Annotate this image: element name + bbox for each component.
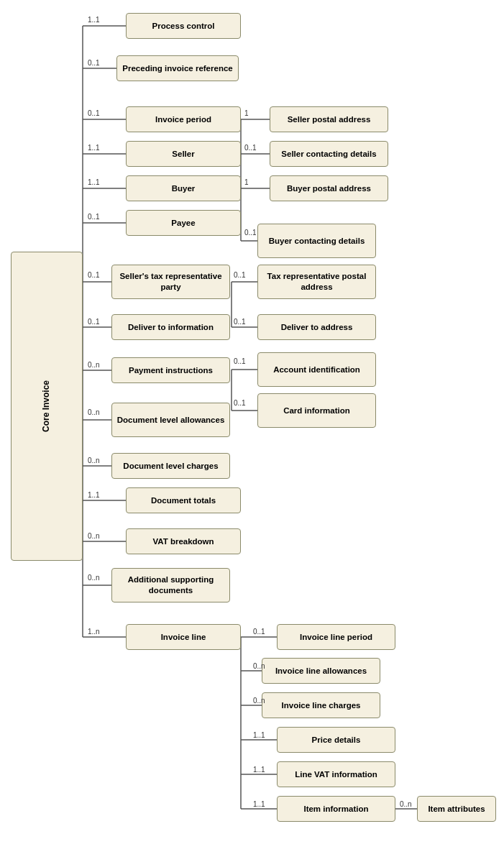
mult-account-id: 0..1 <box>234 357 246 365</box>
process-control-node: Process control <box>126 13 241 39</box>
diagram-container: Core Invoice Process control Preceding i… <box>0 0 504 857</box>
mult-vat: 0..n <box>88 532 100 540</box>
additional-docs-node: Additional supporting documents <box>111 568 230 602</box>
deliver-to-address-node: Deliver to address <box>257 314 376 340</box>
mult-doc-totals: 1..1 <box>88 491 100 499</box>
mult-seller-postal: 1 <box>244 109 249 117</box>
mult-card-info: 0..1 <box>234 399 246 407</box>
mult-line-vat: 1..1 <box>253 766 265 774</box>
mult-price-details: 1..1 <box>253 731 265 739</box>
seller-node: Seller <box>126 141 241 167</box>
buyer-postal-node: Buyer postal address <box>270 175 388 201</box>
mult-additional: 0..n <box>88 574 100 582</box>
mult-preceding: 0..1 <box>88 59 100 67</box>
buyer-node: Buyer <box>126 175 241 201</box>
price-details-node: Price details <box>277 727 395 753</box>
sellers-tax-node: Seller's tax representative party <box>111 265 230 299</box>
mult-buyer: 1..1 <box>88 178 100 186</box>
doc-totals-node: Document totals <box>126 487 241 513</box>
payee-node: Payee <box>126 210 241 236</box>
item-information-node: Item information <box>277 796 395 822</box>
seller-postal-node: Seller postal address <box>270 106 388 132</box>
mult-seller-contacting: 0..1 <box>244 144 257 152</box>
mult-seller: 1..1 <box>88 144 100 152</box>
mult-doc-allowances: 0..n <box>88 408 100 416</box>
vat-breakdown-node: VAT breakdown <box>126 528 241 554</box>
mult-process-control: 1..1 <box>88 16 100 24</box>
mult-il-period: 0..1 <box>253 628 265 636</box>
item-attributes-node: Item attributes <box>417 796 496 822</box>
mult-deliver-to: 0..1 <box>88 318 100 326</box>
invoice-line-node: Invoice line <box>126 624 241 650</box>
tax-rep-postal-node: Tax representative postal address <box>257 265 376 299</box>
deliver-to-node: Deliver to information <box>111 314 230 340</box>
mult-buyer-postal: 1 <box>244 178 249 186</box>
mult-item-attr: 0..n <box>400 800 412 808</box>
invoice-line-allowances-node: Invoice line allowances <box>262 658 380 684</box>
preceding-invoice-node: Preceding invoice reference <box>116 55 239 81</box>
invoice-line-charges-node: Invoice line charges <box>262 692 380 718</box>
mult-payment: 0..n <box>88 361 100 369</box>
mult-deliver-addr: 0..1 <box>234 318 246 326</box>
invoice-line-period-node: Invoice line period <box>277 624 395 650</box>
account-identification-node: Account identification <box>257 352 376 387</box>
mult-payee: 0..1 <box>88 213 100 221</box>
mult-il-allowances: 0..n <box>253 662 265 670</box>
mult-invoice-line: 1..n <box>88 628 100 636</box>
mult-tax-rep: 0..1 <box>234 271 246 279</box>
core-invoice-label: Core Invoice <box>41 380 52 432</box>
core-invoice-node: Core Invoice <box>11 252 83 561</box>
invoice-period-node: Invoice period <box>126 106 241 132</box>
doc-level-allowances-node: Document level allowances <box>111 403 230 437</box>
mult-buyer-contacting: 0..1 <box>244 229 257 237</box>
buyer-contacting-node: Buyer contacting details <box>257 224 376 258</box>
mult-item-info: 1..1 <box>253 800 265 808</box>
mult-invoice-period: 0..1 <box>88 109 100 117</box>
doc-level-charges-node: Document level charges <box>111 453 230 479</box>
line-vat-node: Line VAT information <box>277 761 395 787</box>
card-information-node: Card information <box>257 393 376 428</box>
mult-sellers-tax: 0..1 <box>88 271 100 279</box>
seller-contacting-node: Seller contacting details <box>270 141 388 167</box>
payment-instructions-node: Payment instructions <box>111 357 230 383</box>
mult-il-charges: 0..n <box>253 697 265 705</box>
mult-doc-charges: 0..n <box>88 457 100 464</box>
